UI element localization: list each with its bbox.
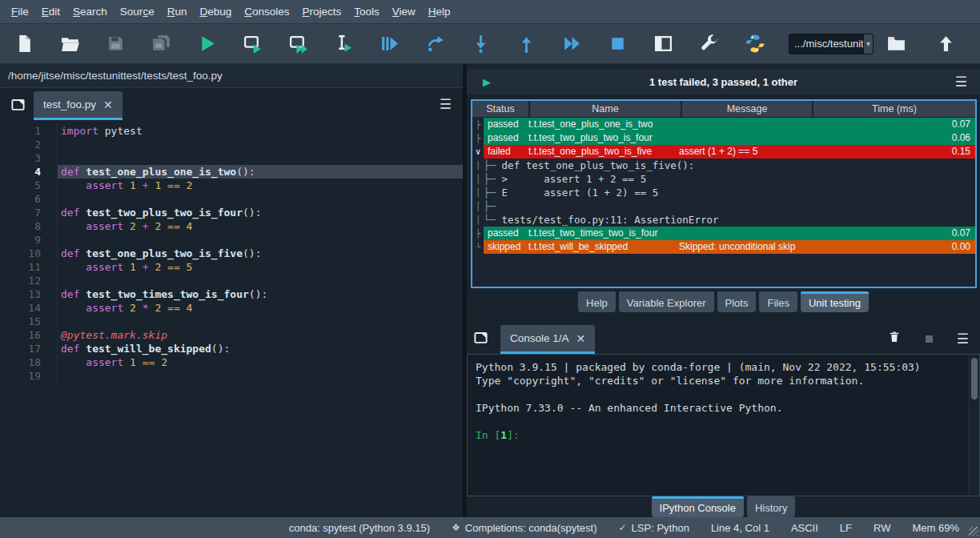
column-header-time-ms-[interactable]: Time (ms) (813, 101, 975, 117)
code-text: assert 1 + 2 == 5 (58, 260, 463, 274)
tab-unit-testing[interactable]: Unit testing (801, 291, 869, 312)
column-header-message[interactable]: Message (682, 101, 812, 117)
menu-file[interactable]: File (5, 6, 35, 18)
tab-history[interactable]: History (747, 496, 795, 517)
editor-line[interactable]: 15 (0, 315, 463, 328)
scrollbar-thumb[interactable] (971, 358, 978, 399)
editor-line[interactable]: 11 assert 1 + 2 == 5 (0, 260, 463, 274)
editor-line[interactable]: 6 (0, 192, 463, 206)
tab-ipython-console[interactable]: IPython Console (652, 496, 744, 517)
step-into-icon[interactable] (469, 33, 492, 55)
remove-console-icon[interactable] (887, 330, 902, 347)
run-tests-icon[interactable]: ▶ (483, 76, 491, 88)
browse-directory-button[interactable] (885, 33, 907, 55)
stop-debug-icon[interactable] (606, 33, 629, 55)
editor-line[interactable]: 3 (0, 151, 463, 165)
test-time: 0.15 (927, 145, 975, 159)
test-detail-row[interactable]: │├─ def test_one_plus_two_is_five(): (472, 159, 975, 172)
console-scrollbar[interactable] (969, 355, 979, 496)
run-cell-icon[interactable] (241, 33, 263, 55)
test-detail-row[interactable]: │└─ tests/test_foo.py:11: AssertionError (472, 213, 975, 227)
tab-test-foo-py[interactable]: test_foo.py ✕ (34, 91, 122, 120)
maximize-pane-icon[interactable] (652, 33, 674, 55)
browse-tabs-icon[interactable] (8, 94, 27, 114)
close-icon[interactable]: ✕ (103, 98, 113, 111)
parent-directory-button[interactable] (934, 33, 957, 55)
run-file-icon[interactable] (195, 33, 218, 55)
console-tab-bar: Console 1/A ✕ ☰ (467, 323, 980, 354)
menu-help[interactable]: Help (422, 6, 457, 18)
menu-consoles[interactable]: Consoles (238, 6, 295, 18)
menu-debug[interactable]: Debug (193, 6, 238, 18)
test-result-row[interactable]: ∨failedt.t.test_one_plus_two_is_fiveasse… (472, 145, 975, 159)
debug-file-icon[interactable] (378, 33, 400, 55)
working-directory-dropdown[interactable]: ▾ (864, 34, 874, 54)
python-path-icon[interactable] (743, 33, 765, 55)
run-selection-icon[interactable] (332, 33, 355, 55)
editor-line[interactable]: 16@pytest.mark.skip (0, 328, 463, 342)
test-detail-row[interactable]: │├─ (472, 199, 975, 213)
step-return-icon[interactable] (515, 33, 537, 55)
run-current-line-icon[interactable] (424, 33, 446, 55)
close-icon[interactable]: ✕ (576, 332, 586, 345)
tab-help[interactable]: Help (578, 291, 616, 312)
editor-line[interactable]: 18 assert 1 == 2 (0, 355, 463, 369)
menu-projects[interactable]: Projects (296, 6, 348, 18)
line-number: 16 (0, 328, 58, 342)
resize-grip-icon[interactable] (969, 527, 978, 536)
column-header-name[interactable]: Name (530, 101, 681, 117)
unittest-results-table[interactable]: StatusNameMessageTime (ms)├passedt.t.tes… (471, 99, 977, 288)
run-cell-advance-icon[interactable] (287, 33, 309, 55)
browse-tabs-icon[interactable] (473, 330, 488, 348)
save-icon[interactable] (104, 33, 127, 55)
editor-line[interactable]: 7def test_two_plus_two_is_four(): (0, 206, 463, 219)
test-result-row[interactable]: ├passedt.t.test_one_plus_one_is_two0.07 (472, 118, 975, 131)
editor-line[interactable]: 2 (0, 138, 463, 151)
test-result-row[interactable]: ├passedt.t.test_two_plus_two_is_four0.06 (472, 131, 975, 145)
editor-line[interactable]: 9 (0, 233, 463, 247)
tab-console-1a[interactable]: Console 1/A ✕ (500, 325, 595, 354)
tab-plots[interactable]: Plots (717, 291, 757, 312)
ipython-console-output[interactable]: Python 3.9.15 | packaged by conda-forge … (467, 354, 980, 496)
tab-variable-explorer[interactable]: Variable Explorer (619, 291, 714, 312)
column-header-status[interactable]: Status (472, 101, 528, 117)
working-directory-input[interactable]: .../misc/testunittest (789, 34, 864, 54)
editor-line[interactable]: 13def test_two_times_two_is_four(): (0, 287, 463, 301)
menu-search[interactable]: Search (66, 6, 114, 18)
save-all-icon[interactable] (150, 33, 172, 55)
editor-line[interactable]: 5 assert 1 + 1 == 2 (0, 179, 463, 192)
preferences-icon[interactable] (697, 33, 720, 55)
line-number: 15 (0, 315, 58, 328)
editor-tab-bar: test_foo.py ✕ ☰ (0, 88, 463, 120)
editor-line[interactable]: 19 (0, 369, 463, 383)
test-detail-row[interactable]: │├─ E assert (1 + 2) == 5 (472, 186, 975, 199)
test-result-row[interactable]: └skippedt.t.test_will_be_skippedSkipped:… (472, 240, 975, 254)
editor-line[interactable]: 4def test_one_plus_one_is_two(): (0, 165, 463, 179)
menu-tools[interactable]: Tools (347, 6, 386, 18)
unittest-options-menu-icon[interactable]: ☰ (955, 74, 967, 90)
editor-line[interactable]: 12 (0, 274, 463, 287)
tab-files[interactable]: Files (759, 291, 797, 312)
continue-execution-icon[interactable] (560, 33, 583, 55)
editor-line[interactable]: 1import pytest (0, 124, 463, 138)
test-detail-row[interactable]: │├─ > assert 1 + 2 == 5 (472, 172, 975, 186)
open-file-icon[interactable] (58, 33, 81, 55)
console-prompt[interactable]: In [1]: (476, 428, 962, 442)
editor-line[interactable]: 8 assert 2 + 2 == 4 (0, 219, 463, 233)
menu-view[interactable]: View (386, 6, 422, 18)
new-file-icon[interactable] (13, 33, 35, 55)
line-number: 11 (0, 260, 58, 274)
editor-options-menu-icon[interactable]: ☰ (440, 96, 452, 113)
test-result-row[interactable]: ├passedt.t.test_two_times_two_is_four0.0… (472, 227, 975, 240)
editor-line[interactable]: 17def test_will_be_skipped(): (0, 342, 463, 355)
editor-line[interactable]: 10def test_one_plus_two_is_five(): (0, 247, 463, 260)
menu-edit[interactable]: Edit (35, 6, 66, 18)
code-text: def test_one_plus_two_is_five(): (58, 247, 463, 260)
console-options-menu-icon[interactable]: ☰ (957, 331, 969, 347)
menu-source[interactable]: Source (114, 6, 161, 18)
editor-line[interactable]: 14 assert 2 * 2 == 4 (0, 301, 463, 315)
console-line (476, 387, 962, 401)
menu-run[interactable]: Run (161, 6, 194, 18)
code-editor[interactable]: 1import pytest234def test_one_plus_one_i… (0, 120, 463, 517)
tree-branch-icon: └─ (484, 213, 502, 227)
